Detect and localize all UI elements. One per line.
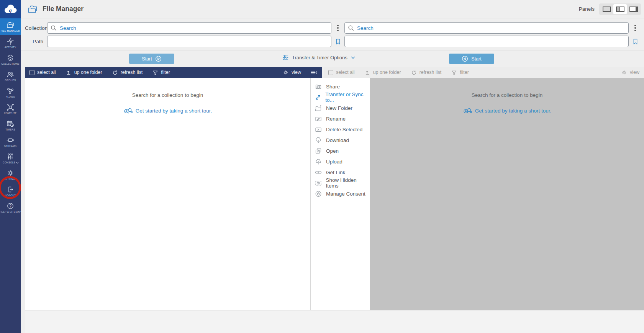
sidebar-item-label: TIMERS <box>5 128 15 131</box>
sidebar-item-label: ACTIVITY <box>5 46 16 49</box>
sidebar-item-collections[interactable]: COLLECTIONS <box>0 51 21 68</box>
gear-icon <box>621 69 627 75</box>
globus-logo[interactable]: g <box>0 0 21 18</box>
upload-cloud-icon <box>315 158 322 165</box>
start-right-button[interactable]: Start <box>449 54 494 64</box>
menu-item-label: New Folder <box>326 105 352 111</box>
page-header: File Manager Panels <box>21 0 644 18</box>
two-panels-button[interactable] <box>613 4 627 14</box>
tour-pins-icon <box>123 108 133 114</box>
sidebar-item-streams[interactable]: STREAMS <box>0 134 21 150</box>
transfer-timer-options-label: Transfer & Timer Options <box>292 55 347 60</box>
sidebar-item-label: GROUPS <box>5 79 16 82</box>
collections-layers-icon <box>6 54 15 62</box>
select-all-label: select all <box>336 70 355 75</box>
right-view-button[interactable]: view <box>621 69 639 75</box>
menu-item-share[interactable]: Share <box>311 81 370 92</box>
menu-item-manage-consent[interactable]: Manage Consent <box>311 188 370 199</box>
left-view-button[interactable]: view <box>283 69 301 75</box>
tour-link[interactable]: Get started by taking a short tour. <box>475 108 552 114</box>
one-panel-button[interactable] <box>600 4 613 14</box>
filter-button[interactable]: filter <box>152 70 170 75</box>
view-label: view <box>292 70 301 75</box>
up-one-folder-button[interactable]: up one folder <box>365 70 401 75</box>
transfer-controls-row: Start Transfer & Timer Options <box>21 51 644 67</box>
sidebar-item-groups[interactable]: GROUPS <box>0 68 21 84</box>
right-bookmark-icon[interactable] <box>633 38 638 45</box>
left-collection-search-input[interactable] <box>47 22 331 34</box>
tour-link-row[interactable]: Get started by taking a short tour. <box>123 108 212 114</box>
one-panel-icon <box>603 7 611 12</box>
start-left-button[interactable]: Start <box>129 54 174 64</box>
activity-pulse-icon <box>6 38 15 45</box>
menu-item-label: Open <box>326 148 339 154</box>
sidebar-item-label: LOGOUT <box>5 194 16 197</box>
sidebar-item-label: SETTINGS <box>4 178 17 180</box>
show-hidden-eye-icon <box>315 180 322 187</box>
sidebar-item-label: CONSOLE <box>3 161 15 164</box>
right-collection-search-input[interactable] <box>344 22 629 34</box>
refresh-list-button[interactable]: refresh list <box>112 70 143 75</box>
get-link-chain-icon <box>315 169 322 176</box>
collapse-menu-button[interactable] <box>310 70 318 75</box>
right-path-input[interactable] <box>344 36 629 47</box>
up-one-folder-button[interactable]: up one folder <box>66 70 102 75</box>
select-all-checkbox[interactable] <box>29 70 34 75</box>
menu-item-upload[interactable]: Upload <box>311 156 370 167</box>
menu-item-label: Transfer or Sync to... <box>325 91 370 103</box>
filter-label: filter <box>460 70 469 75</box>
file-manager-title-icon <box>27 4 38 14</box>
delete-x-icon <box>315 126 322 133</box>
sidebar-item-label: COLLECTIONS <box>1 62 20 65</box>
sidebar-nav: g FILE MANAGER ACTIVITY COLLECTIONS <box>0 0 21 333</box>
up-one-folder-label: up one folder <box>373 70 401 75</box>
select-all-checkbox[interactable] <box>328 70 333 75</box>
refresh-list-label: refresh list <box>420 70 442 75</box>
select-all-button[interactable]: select all <box>328 70 355 75</box>
left-panel-toolbar: select all up one folder refresh list <box>25 67 322 78</box>
menu-item-transfer-or-sync[interactable]: Transfer or Sync to... <box>311 92 370 103</box>
menu-item-get-link[interactable]: Get Link <box>311 167 370 178</box>
menu-item-rename[interactable]: Rename <box>311 113 370 124</box>
timers-calendar-clock-icon <box>6 120 15 127</box>
refresh-list-button[interactable]: refresh list <box>411 70 442 75</box>
tour-link-row[interactable]: Get started by taking a short tour. <box>463 108 552 114</box>
settings-gear-icon <box>6 169 15 177</box>
left-bookmark-icon[interactable] <box>335 38 341 45</box>
sidebar-item-activity[interactable]: ACTIVITY <box>0 35 21 51</box>
menu-item-download[interactable]: Download <box>311 135 370 145</box>
menu-item-show-hidden-items[interactable]: Show Hidden Items <box>311 178 370 188</box>
new-folder-icon <box>315 104 322 112</box>
panels-label: Panels <box>579 6 595 12</box>
right-collection-menu-kebab-icon[interactable] <box>633 23 637 33</box>
sidebar-item-logout[interactable]: LOGOUT <box>0 183 21 199</box>
menu-item-new-folder[interactable]: New Folder <box>311 103 370 113</box>
left-path-input[interactable] <box>47 36 331 47</box>
empty-state-title: Search for a collection to begin <box>25 92 310 98</box>
sliders-icon <box>282 54 289 61</box>
flows-nodes-icon <box>6 87 15 95</box>
help-question-icon: ? <box>6 202 15 210</box>
left-empty-state: Search for a collection to begin Get sta… <box>25 78 310 116</box>
streams-pipe-icon <box>6 136 15 144</box>
sidebar-item-timers[interactable]: TIMERS <box>0 117 21 134</box>
sidebar-item-console[interactable]: CONSOLE <box>0 150 21 166</box>
menu-item-open[interactable]: Open <box>311 145 370 156</box>
sidebar-item-label: FILE MANAGER <box>1 29 20 32</box>
filter-button[interactable]: filter <box>451 70 469 75</box>
menu-item-delete-selected[interactable]: Delete Selected <box>311 124 370 135</box>
sidebar-item-settings[interactable]: SETTINGS <box>0 166 21 183</box>
sidebar-item-flows[interactable]: FLOWS <box>0 84 21 101</box>
sidebar-item-compute[interactable]: COMPUTE <box>0 101 21 117</box>
menu-item-label: Get Link <box>326 170 345 175</box>
sidebar-item-file-manager[interactable]: FILE MANAGER <box>0 18 21 35</box>
transfer-timer-options-toggle[interactable]: Transfer & Timer Options <box>282 54 356 61</box>
chevron-down-icon <box>351 55 356 60</box>
refresh-icon <box>112 70 118 75</box>
sidebar-item-help-sitemap[interactable]: ? HELP & SITEMAP <box>0 199 21 216</box>
globus-app: g FILE MANAGER ACTIVITY COLLECTIONS <box>0 0 644 333</box>
select-all-button[interactable]: select all <box>29 70 56 75</box>
three-panels-button[interactable] <box>627 4 640 14</box>
tour-link[interactable]: Get started by taking a short tour. <box>136 108 212 114</box>
left-collection-menu-kebab-icon[interactable] <box>336 23 340 33</box>
